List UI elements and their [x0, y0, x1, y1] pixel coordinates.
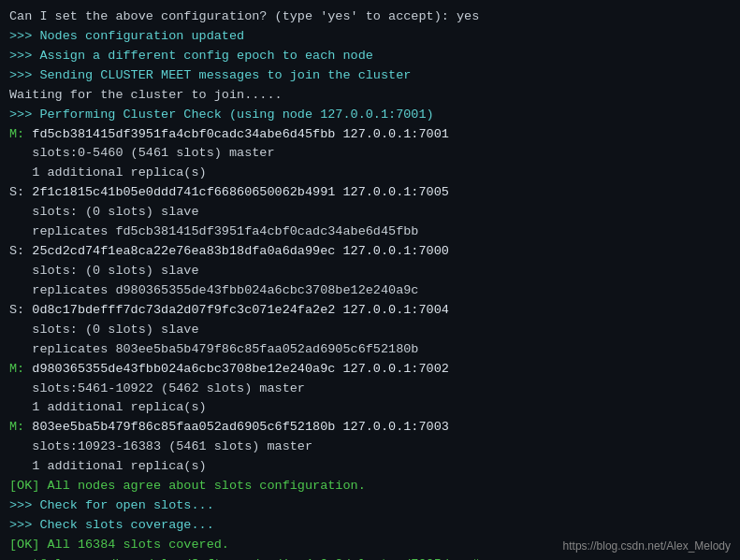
- terminal-line: M: 803ee5ba5b479f86c85faa052ad6905c6f521…: [9, 418, 731, 438]
- terminal-line: slots:5461-10922 (5462 slots) master: [9, 380, 731, 399]
- terminal-line: S: 25cd2cd74f1ea8ca22e76ea83b18dfa0a6da9…: [9, 242, 731, 262]
- terminal-line: S: 0d8c17bdefff7dc73da2d07f9fc3c071e24fa…: [9, 301, 731, 321]
- terminal-line: M: d980365355de43fbb024a6cbc3708be12e240…: [9, 360, 731, 380]
- terminal-line: 1 additional replica(s): [9, 457, 731, 477]
- terminal-line: [OK] All nodes agree about slots configu…: [9, 477, 731, 496]
- terminal-line: >>> Sending CLUSTER MEET messages to joi…: [9, 66, 731, 86]
- terminal-line: >>> Assign a different config epoch to e…: [9, 47, 731, 66]
- terminal-line: Can I set the above configuration? (type…: [9, 7, 731, 27]
- terminal-line: slots: (0 slots) slave: [9, 203, 731, 223]
- terminal-line: replicates fd5cb381415df3951fa4cbf0cadc3…: [9, 223, 731, 242]
- terminal-line: slots: (0 slots) slave: [9, 321, 731, 340]
- watermark: https://blog.csdn.net/Alex_Melody: [563, 539, 731, 553]
- terminal-line: slots:0-5460 (5461 slots) master: [9, 144, 731, 164]
- terminal-line: M: fd5cb381415df3951fa4cbf0cadc34abe6d45…: [9, 125, 731, 145]
- terminal-line: 1 additional replica(s): [9, 164, 731, 183]
- terminal-line: >>> Performing Cluster Check (using node…: [9, 106, 731, 125]
- terminal-line: S: 2f1c1815c41b05e0ddd741cf66860650062b4…: [9, 183, 731, 203]
- terminal-line: >>> Check for open slots...: [9, 496, 731, 516]
- terminal-line: slots: (0 slots) slave: [9, 262, 731, 281]
- terminal-line: 1 additional replica(s): [9, 398, 731, 418]
- terminal-line: root@alex-pc:/home/alex/Software/redis-4…: [9, 555, 731, 560]
- terminal-line: >>> Check slots coverage...: [9, 516, 731, 536]
- terminal-output: Can I set the above configuration? (type…: [9, 7, 731, 560]
- terminal-window: Can I set the above configuration? (type…: [0, 0, 740, 560]
- terminal-line: replicates d980365355de43fbb024a6cbc3708…: [9, 281, 731, 301]
- terminal-line: replicates 803ee5ba5b479f86c85faa052ad69…: [9, 340, 731, 360]
- terminal-line: Waiting for the cluster to join.....: [9, 86, 731, 106]
- terminal-line: slots:10923-16383 (5461 slots) master: [9, 438, 731, 457]
- terminal-line: >>> Nodes configuration updated: [9, 27, 731, 47]
